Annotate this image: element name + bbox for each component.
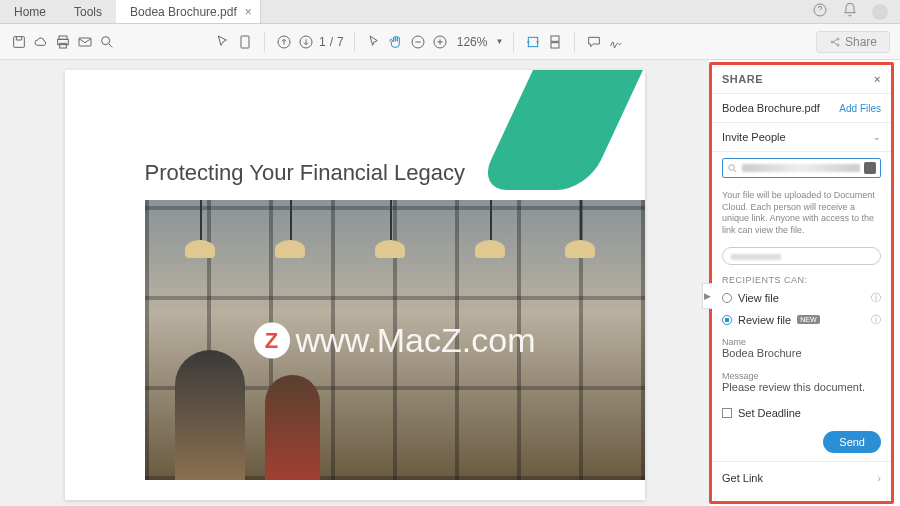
tab-tools[interactable]: Tools (60, 0, 116, 23)
message-field[interactable]: Please review this document. (712, 381, 891, 399)
select-tool-icon[interactable] (214, 33, 232, 51)
share-panel-title: SHARE (722, 73, 763, 85)
recipient-chip[interactable] (722, 247, 881, 265)
sign-icon[interactable] (607, 33, 625, 51)
document-tab-label: Bodea Brochure.pdf (130, 5, 237, 19)
collapse-panel-icon[interactable]: ▶ (702, 283, 712, 309)
svg-rect-13 (551, 36, 559, 41)
info-icon[interactable]: ⓘ (871, 291, 881, 305)
chevron-right-icon: › (877, 472, 881, 484)
share-button[interactable]: Share (816, 31, 890, 53)
top-tab-bar: Home Tools Bodea Brochure.pdf × (0, 0, 900, 24)
bell-icon[interactable] (842, 2, 858, 21)
add-files-link[interactable]: Add Files (839, 103, 881, 114)
pointer-icon[interactable] (365, 33, 383, 51)
scroll-mode-icon[interactable] (546, 33, 564, 51)
recipients-can-label: RECIPIENTS CAN: (712, 269, 891, 287)
svg-point-17 (837, 44, 839, 46)
search-icon[interactable] (98, 33, 116, 51)
svg-rect-7 (241, 36, 249, 48)
svg-point-16 (837, 38, 839, 40)
option-review-file[interactable]: Review file NEW ⓘ (712, 309, 891, 331)
print-icon[interactable] (54, 33, 72, 51)
zoom-level[interactable]: 126% (453, 35, 492, 49)
document-image: Z www.MacZ.com (145, 200, 645, 480)
help-icon[interactable] (812, 2, 828, 21)
recipient-value-blurred (742, 164, 860, 172)
option-view-file[interactable]: View file ⓘ (712, 287, 891, 309)
zoom-in-icon[interactable] (431, 33, 449, 51)
name-label: Name (712, 331, 891, 347)
chevron-down-icon[interactable]: ▼ (495, 37, 503, 46)
info-icon[interactable]: ⓘ (871, 313, 881, 327)
chevron-down-icon: ⌄ (873, 132, 881, 142)
svg-rect-5 (79, 38, 91, 46)
svg-point-15 (831, 41, 833, 43)
address-book-icon[interactable] (864, 162, 876, 174)
zoom-out-icon[interactable] (409, 33, 427, 51)
svg-rect-2 (59, 36, 67, 39)
send-button[interactable]: Send (823, 431, 881, 453)
hand-icon[interactable] (387, 33, 405, 51)
checkbox-icon (722, 408, 732, 418)
page-total: 7 (337, 35, 344, 49)
upload-note: Your file will be uploaded to Document C… (712, 184, 891, 243)
share-filename: Bodea Brochure.pdf (722, 102, 820, 114)
new-badge: NEW (797, 315, 819, 324)
page-indicator[interactable]: 1 / 7 (319, 35, 344, 49)
tab-home[interactable]: Home (0, 0, 60, 23)
pdf-page: Protecting Your Financial Legacy Z www.M… (65, 70, 645, 500)
share-panel: ▶ SHARE × Bodea Brochure.pdf Add Files I… (709, 62, 894, 504)
svg-rect-12 (529, 37, 538, 46)
svg-point-6 (102, 36, 110, 44)
decorative-shape (477, 70, 643, 190)
svg-rect-4 (60, 43, 67, 48)
arrow-down-icon[interactable] (297, 33, 315, 51)
svg-rect-14 (551, 42, 559, 47)
cloud-icon[interactable] (32, 33, 50, 51)
name-field[interactable]: Bodea Brochure (712, 347, 891, 365)
tab-document[interactable]: Bodea Brochure.pdf × (116, 0, 261, 23)
page-current: 1 (319, 35, 326, 49)
svg-rect-1 (14, 36, 25, 47)
message-label: Message (712, 365, 891, 381)
radio-icon (722, 315, 732, 325)
save-icon[interactable] (10, 33, 28, 51)
toolbar: 1 / 7 126% ▼ Share (0, 24, 900, 60)
watermark: Z www.MacZ.com (254, 321, 536, 360)
arrow-up-icon[interactable] (275, 33, 293, 51)
radio-icon (722, 293, 732, 303)
fit-width-icon[interactable] (524, 33, 542, 51)
set-deadline-checkbox[interactable]: Set Deadline (712, 399, 891, 427)
document-viewport[interactable]: Protecting Your Financial Legacy Z www.M… (0, 60, 709, 506)
comment-icon[interactable] (585, 33, 603, 51)
page-title: Protecting Your Financial Legacy (145, 160, 465, 186)
mail-icon[interactable] (76, 33, 94, 51)
close-tab-icon[interactable]: × (245, 5, 252, 19)
page-icon[interactable] (236, 33, 254, 51)
svg-point-18 (729, 164, 735, 170)
recipient-input[interactable] (722, 158, 881, 178)
invite-people-toggle[interactable]: Invite People ⌄ (712, 123, 891, 152)
avatar[interactable] (872, 4, 888, 20)
get-link-row[interactable]: Get Link › (712, 462, 891, 494)
close-icon[interactable]: × (874, 73, 881, 85)
